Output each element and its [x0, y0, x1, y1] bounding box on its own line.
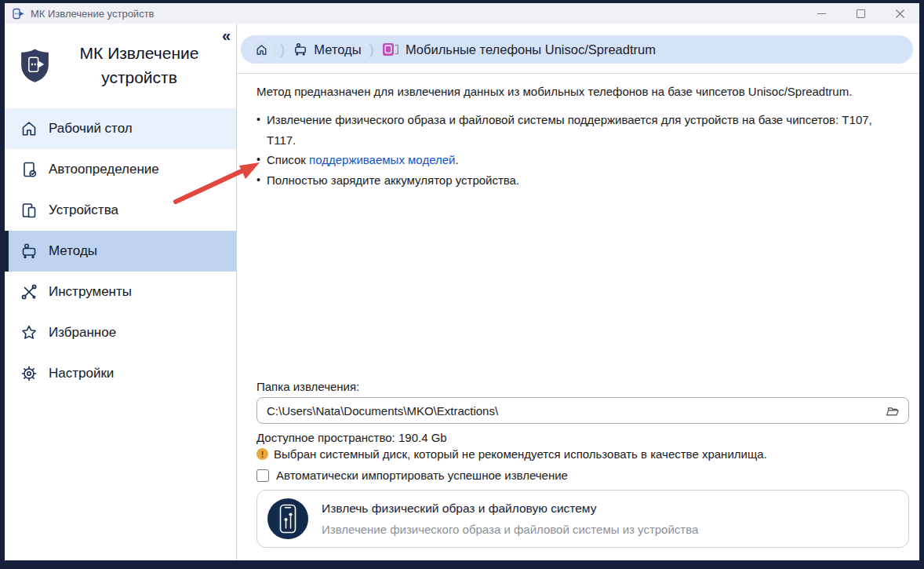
- bullet-chipsets: • Извлечение физического образа и файлов…: [256, 110, 884, 150]
- bullet-supported-models-text: Список поддерживаемых моделей.: [267, 150, 459, 170]
- home-icon: [20, 119, 38, 138]
- sidebar-item-tools[interactable]: Инструменты: [5, 272, 236, 312]
- sidebar-item-devices[interactable]: Устройства: [5, 190, 236, 231]
- bullet-charge-battery: • Полностью зарядите аккумулятор устройс…: [256, 170, 884, 191]
- system-disk-warning: ! Выбран системный диск, который не реко…: [256, 447, 767, 461]
- minimize-button[interactable]: [802, 3, 841, 24]
- app-logo-shield-icon: [16, 47, 53, 84]
- method-description: Метод предназначен для извлечения данных…: [256, 83, 896, 100]
- breadcrumb-item-page[interactable]: Мобильные телефоны Unisoc/Spreadtrum: [382, 42, 656, 57]
- bullet-link-prefix: Список: [267, 153, 309, 166]
- app-icon: [12, 7, 25, 20]
- sidebar-item-label: Рабочий стол: [49, 121, 133, 137]
- sidebar-header: МК Извлечение устройств: [5, 24, 236, 108]
- window-title: МК Извлечение устройств: [31, 8, 155, 20]
- sidebar-item-label: Методы: [49, 243, 97, 259]
- breadcrumb-methods-label: Методы: [314, 42, 361, 57]
- app-title-line1: МК Извлечение: [53, 41, 225, 65]
- star-icon: [20, 323, 38, 342]
- breadcrumb-separator: ): [280, 41, 285, 58]
- bullet-link-suffix: .: [455, 153, 458, 166]
- window-titlebar: МК Извлечение устройств: [5, 3, 919, 24]
- bullet-supported-models: • Список поддерживаемых моделей.: [256, 150, 884, 170]
- card-title: Извлечь физический образ и файловую сист…: [322, 502, 698, 516]
- sidebar-item-label: Настройки: [49, 366, 114, 381]
- breadcrumb-page-label: Мобильные телефоны Unisoc/Spreadtrum: [406, 42, 656, 57]
- window-controls: [802, 3, 919, 24]
- sidebar-item-autodetect[interactable]: Автоопределение: [5, 149, 236, 190]
- warning-text: Выбран системный диск, который не рекоме…: [274, 447, 767, 461]
- close-icon: [895, 9, 905, 19]
- extract-physical-image-button[interactable]: Извлечь физический образ и файловую сист…: [256, 490, 909, 548]
- extraction-phone-icon: [267, 498, 308, 539]
- gear-icon: [20, 364, 38, 383]
- sidebar-item-label: Автоопределение: [49, 162, 159, 177]
- maximize-button[interactable]: [841, 3, 880, 24]
- mobile-phone-icon: [382, 42, 400, 57]
- app-title-line2: устройств: [53, 65, 225, 89]
- card-subtitle: Извлечение физического образа и файловой…: [322, 523, 698, 536]
- breadcrumb-home-button[interactable]: [250, 38, 272, 60]
- bullet-charge-battery-text: Полностью зарядите аккумулятор устройств…: [267, 170, 519, 191]
- auto-import-checkbox[interactable]: [256, 469, 269, 482]
- sidebar: « МК Извлечение устройств: [5, 24, 236, 560]
- method-bullet-list: • Извлечение физического образа и файлов…: [256, 110, 884, 190]
- bullet-chipsets-text: Извлечение физического образа и файловой…: [267, 110, 884, 150]
- browse-folder-button[interactable]: [875, 403, 908, 418]
- breadcrumb-pill: ) Методы ): [241, 35, 913, 64]
- close-button[interactable]: [880, 3, 919, 24]
- card-text: Извлечь физический образ и файловую сист…: [322, 502, 698, 536]
- warning-icon: !: [256, 448, 268, 460]
- auto-import-label: Автоматически импортировать успешное изв…: [276, 469, 568, 482]
- breadcrumb-separator: ): [369, 41, 374, 58]
- bullet-marker: •: [256, 110, 267, 150]
- available-space-text: Доступное пространство: 190.4 Gb: [256, 431, 447, 444]
- sidebar-item-methods[interactable]: Методы: [5, 231, 236, 272]
- sidebar-item-favorites[interactable]: Избранное: [5, 312, 236, 353]
- sidebar-item-settings[interactable]: Настройки: [5, 353, 236, 394]
- breadcrumb: ) Методы ): [237, 24, 919, 73]
- methods-icon: [293, 42, 308, 57]
- sidebar-item-label: Устройства: [49, 202, 118, 218]
- auto-import-checkbox-row[interactable]: Автоматически импортировать успешное изв…: [256, 469, 568, 482]
- sidebar-item-label: Инструменты: [49, 284, 132, 300]
- tools-icon: [20, 283, 38, 301]
- sidebar-collapse-button[interactable]: «: [222, 27, 229, 43]
- sidebar-nav: Рабочий стол Автоопределение Устрой: [5, 108, 236, 394]
- home-icon: [255, 43, 268, 57]
- minimize-icon: [817, 13, 826, 14]
- autodetect-icon: [20, 160, 38, 179]
- method-page: Метод предназначен для извлечения данных…: [237, 74, 919, 560]
- breadcrumb-item-methods[interactable]: Методы: [293, 42, 361, 57]
- sidebar-item-desktop[interactable]: Рабочий стол: [5, 108, 236, 149]
- maximize-icon: [857, 9, 865, 18]
- extraction-folder-field: [256, 397, 909, 424]
- bullet-marker: •: [256, 150, 267, 170]
- folder-open-icon: [884, 403, 900, 418]
- app-title: МК Извлечение устройств: [53, 41, 225, 89]
- devices-icon: [20, 201, 38, 220]
- supported-models-link[interactable]: поддерживаемых моделей: [309, 153, 455, 166]
- sidebar-item-label: Избранное: [49, 325, 116, 341]
- bullet-marker: •: [256, 170, 267, 191]
- content-area: ) Методы ): [237, 24, 919, 560]
- extraction-folder-label: Папка извлечения:: [256, 380, 359, 393]
- app-window: МК Извлечение устройств «: [5, 3, 919, 560]
- extraction-folder-input[interactable]: [257, 404, 875, 418]
- methods-icon: [20, 242, 38, 261]
